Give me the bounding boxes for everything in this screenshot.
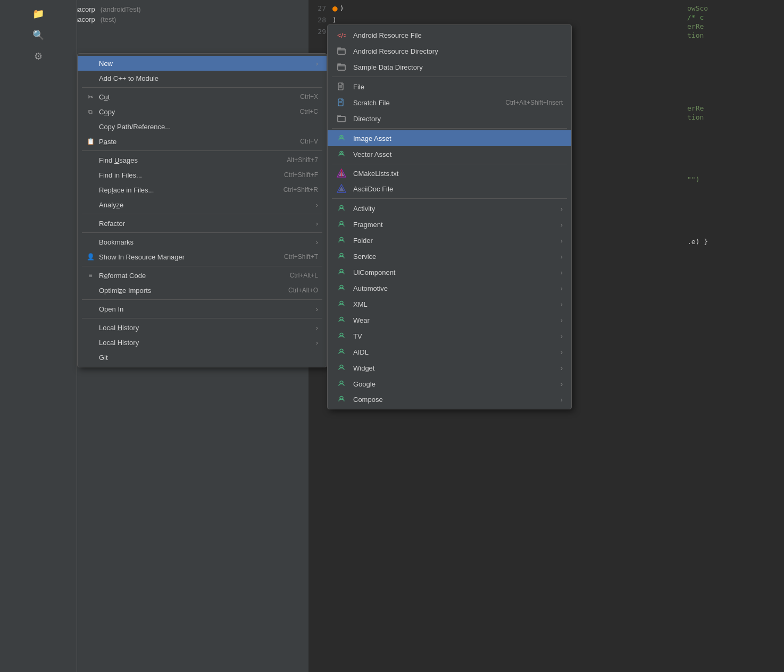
svg-point-30 (340, 365, 343, 368)
menu-item-widget[interactable]: Widget › (328, 360, 571, 376)
context-menu-right: </> Android Resource File Android Resour… (327, 24, 572, 409)
compose-arrow: › (561, 396, 563, 404)
menu-item-folder[interactable]: Folder › (328, 232, 571, 248)
sidebar-icon-3[interactable]: ⚙ (29, 47, 48, 66)
separator-r2 (332, 128, 567, 129)
wear-arrow: › (561, 316, 563, 324)
git-arrow: › (316, 339, 318, 347)
tree-suffix: (androidTest) (101, 5, 141, 13)
menu-item-activity[interactable]: Activity › (328, 200, 571, 216)
new-arrow: › (316, 60, 318, 68)
menu-item-ui-component[interactable]: UiComponent › (328, 264, 571, 280)
menu-item-optimize-imports[interactable]: Optimize Imports Ctrl+Alt+O (78, 283, 327, 298)
menu-item-file[interactable]: File (328, 79, 571, 95)
menu-label-tv: TV (353, 332, 362, 340)
menu-item-repair-ide[interactable]: Git (78, 350, 327, 365)
menu-item-aidl[interactable]: AIDL › (328, 344, 571, 360)
menu-item-copy[interactable]: ⧉ Copy Ctrl+C (78, 104, 327, 119)
menu-item-git[interactable]: Local History › (78, 335, 327, 350)
menu-item-image-asset[interactable]: Image Asset (328, 130, 571, 146)
menu-item-local-history[interactable]: Local History › (78, 320, 327, 335)
menu-item-directory[interactable]: Directory (328, 111, 571, 127)
menu-item-show-resource[interactable]: 👤 Show In Resource Manager Ctrl+Shift+T (78, 249, 327, 264)
menu-label-analyze: Analyze (99, 201, 123, 209)
menu-label-open-in: Open In (99, 305, 123, 313)
menu-item-reformat[interactable]: ≡ Reformat Code Ctrl+Alt+L (78, 268, 327, 283)
menu-item-find-usages[interactable]: Find Usages Alt+Shift+7 (78, 153, 327, 167)
ui-component-arrow: › (561, 268, 563, 276)
menu-item-add-cpp[interactable]: Add C++ to Module (78, 71, 327, 86)
svg-rect-10 (338, 116, 345, 122)
menu-item-wear[interactable]: Wear › (328, 312, 571, 328)
menu-label-copy-path: Copy Path/Reference... (99, 123, 171, 131)
ui-component-icon (336, 267, 347, 278)
menu-item-refactor[interactable]: Refactor › (78, 216, 327, 231)
wear-icon (336, 315, 347, 325)
menu-label-bookmarks: Bookmarks (99, 238, 134, 246)
menu-item-service[interactable]: Service › (328, 248, 571, 264)
menu-label-ascii-doc: AsciiDoc File (353, 185, 393, 193)
google-icon (336, 379, 347, 389)
scratch-file-icon (336, 97, 347, 108)
menu-label-fragment: Fragment (353, 221, 383, 229)
bookmarks-arrow: › (316, 238, 318, 246)
menu-label-android-res-file: Android Resource File (353, 31, 422, 39)
cut-icon: ✂ (86, 93, 95, 101)
copy-icon: ⧉ (86, 107, 95, 116)
aidl-arrow: › (561, 348, 563, 356)
menu-item-google[interactable]: Google › (328, 376, 571, 392)
service-arrow: › (561, 253, 563, 261)
local-history-arrow: › (316, 324, 318, 332)
menu-item-analyze[interactable]: Analyze › (78, 197, 327, 212)
right-snippet-7: "") (687, 175, 780, 183)
menu-label-android-res-dir: Android Resource Directory (353, 47, 438, 55)
menu-label-show-resource: Show In Resource Manager (99, 253, 185, 261)
find-files-icon (86, 171, 95, 179)
left-sidebar: 📁 🔍 ⚙ (0, 0, 77, 672)
menu-item-find-in-files[interactable]: Find in Files... Ctrl+Shift+F (78, 167, 327, 182)
menu-item-compose[interactable]: Compose › (328, 392, 571, 407)
menu-item-cut[interactable]: ✂ Cut Ctrl+X (78, 89, 327, 104)
bookmarks-icon (86, 238, 95, 246)
sidebar-icon-2[interactable]: 🔍 (29, 26, 48, 45)
menu-item-tv[interactable]: TV › (328, 328, 571, 344)
menu-item-replace-in-files[interactable]: Replace in Files... Ctrl+Shift+R (78, 182, 327, 197)
menu-label-compose: Compose (353, 396, 383, 404)
activity-icon (336, 203, 347, 214)
optimize-icon (86, 286, 95, 295)
show-resource-shortcut: Ctrl+Shift+T (284, 253, 318, 261)
android-res-dir-icon (336, 46, 347, 56)
menu-item-android-res-dir[interactable]: Android Resource Directory (328, 43, 571, 59)
code-content: ) (332, 16, 337, 24)
menu-item-scratch-file[interactable]: Scratch File Ctrl+Alt+Shift+Insert (328, 95, 571, 111)
menu-item-vector-asset[interactable]: Vector Asset (328, 146, 571, 162)
separator-r4 (332, 198, 567, 199)
widget-icon (336, 363, 347, 373)
folder-item-icon (336, 235, 347, 246)
menu-item-ascii-doc[interactable]: AsciiDoc File (328, 181, 571, 197)
copy-shortcut: Ctrl+C (300, 108, 318, 115)
menu-label-wear: Wear (353, 316, 370, 324)
copy-path-icon (86, 122, 95, 131)
menu-item-new[interactable]: New › (78, 56, 327, 71)
menu-item-fragment[interactable]: Fragment › (328, 216, 571, 232)
menu-item-copy-path[interactable]: Copy Path/Reference... (78, 119, 327, 134)
sidebar-icon-1[interactable]: 📁 (29, 4, 48, 23)
aidl-icon (336, 347, 347, 357)
reformat-shortcut: Ctrl+Alt+L (290, 272, 318, 279)
menu-item-android-res-file[interactable]: </> Android Resource File (328, 27, 571, 43)
find-usages-icon (86, 156, 95, 164)
menu-item-xml[interactable]: XML › (328, 296, 571, 312)
menu-item-sample-data-dir[interactable]: Sample Data Directory (328, 59, 571, 75)
menu-label-cmake: CMakeLists.txt (353, 170, 398, 178)
vector-asset-icon (336, 149, 347, 159)
menu-item-open-in[interactable]: Open In › (78, 301, 327, 316)
menu-item-cmake[interactable]: CMakeLists.txt (328, 166, 571, 181)
menu-item-automotive[interactable]: Automotive › (328, 280, 571, 296)
menu-label-new: New (99, 60, 113, 68)
menu-item-bookmarks[interactable]: Bookmarks › (78, 234, 327, 249)
svg-point-14 (341, 152, 342, 153)
scratch-shortcut: Ctrl+Alt+Shift+Insert (505, 99, 563, 106)
right-snippet-1: owSco (687, 4, 780, 12)
menu-item-paste[interactable]: 📋 Paste Ctrl+V (78, 134, 327, 149)
